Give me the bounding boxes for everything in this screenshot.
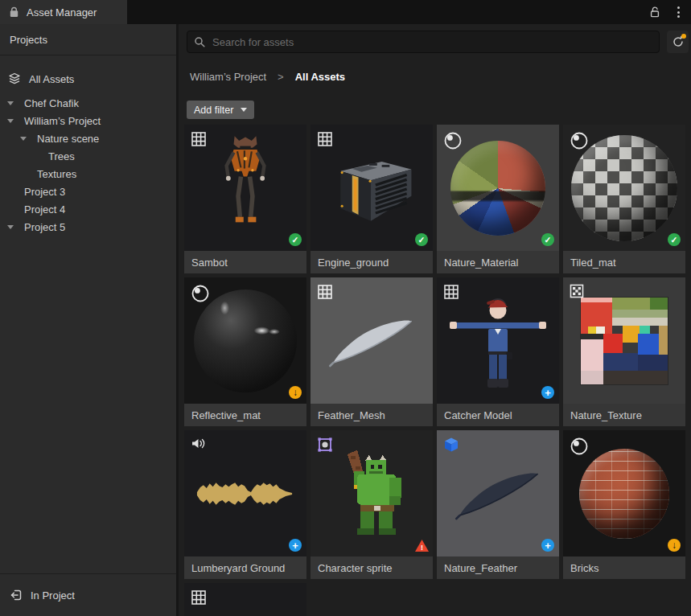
notification-dot [681,34,686,39]
asset-card-character-sprite[interactable]: ! Character sprite [311,430,433,579]
tree-item-chef-chafik[interactable]: Chef Chafik [0,94,176,112]
asset-thumbnail: + [184,430,306,556]
orc-sprite-render [334,447,409,540]
asset-grid: ✓ Sambot [184,125,685,616]
tab-asset-manager[interactable]: Asset Manager [0,0,127,24]
asset-name: Nature_Texture [563,404,685,426]
asset-card-engine-ground[interactable]: ✓ Engine_ground [311,125,433,273]
chevron-down-icon [241,108,247,112]
asset-card-nature-feather[interactable]: + Nature_Feather [437,430,559,579]
material-icon [570,437,589,456]
asset-name: Character sprite [311,556,433,579]
bag-icon [8,6,20,18]
update-available-badge: ↓ [289,386,302,399]
material-sphere-preview [194,290,297,392]
asset-card-nature-material[interactable]: ✓ Nature_Material [437,125,559,273]
mesh-icon [317,284,333,300]
search-input[interactable] [211,35,652,49]
sidebar-item-all-assets[interactable]: All Assets [0,67,176,91]
asset-thumbnail: ✓ [311,125,433,251]
material-icon [570,131,589,150]
import-icon [10,589,23,602]
not-imported-badge: + [289,539,302,552]
asset-card-reflective-mat[interactable]: ↓ Reflective_mat [184,277,306,426]
imported-badge: ✓ [289,233,302,246]
prefab-cube-icon [443,437,459,453]
asset-thumbnail: ✓ [437,125,559,251]
asset-card-catcher-model[interactable]: + Catcher Model [437,277,559,426]
tree-item-trees[interactable]: Trees [0,147,176,165]
asset-card-lumberyard-ground[interactable]: + Lumberyard Ground [184,430,306,579]
mesh-icon [317,131,333,147]
asset-thumbnail [563,277,685,404]
mesh-icon [191,131,207,147]
layers-icon [8,72,21,85]
warning-badge: ! [415,540,429,552]
asset-card-tiled-mat[interactable]: ✓ Tiled_mat [563,125,685,273]
asset-name: Engine_ground [311,251,433,273]
breadcrumb: William’s Project > All Assets [190,71,345,83]
asset-name: Sambot [184,251,306,273]
tree-item-project-5[interactable]: Project 5 [0,218,176,236]
breadcrumb-current: All Assets [295,71,345,83]
feather-render [322,307,422,375]
breadcrumb-separator: > [278,71,284,83]
asset-card-sambot[interactable]: ✓ Sambot [184,125,306,273]
asset-thumbnail: ↓ [184,277,306,404]
in-project-label: In Project [31,589,75,602]
window-topbar: Asset Manager [0,0,691,24]
sidebar-header: Projects [0,24,176,55]
asset-name: Feather_Mesh [311,404,433,426]
feather-render [448,460,548,528]
tree-item-williams-project[interactable]: William’s Project [0,112,176,129]
texture-atlas-render [581,298,668,384]
audio-icon [191,437,206,450]
not-imported-badge: + [541,539,554,552]
imported-badge: ✓ [415,233,428,246]
tree-item-textures[interactable]: Textures [0,165,176,183]
chevron-down-icon[interactable] [7,119,14,123]
breadcrumb-parent[interactable]: William’s Project [190,71,266,83]
main-panel: William’s Project > All Assets Add filte… [181,24,691,616]
waveform-render [194,470,297,518]
asset-name: Catcher Model [437,404,559,426]
asset-card-bricks[interactable]: ↓ Bricks [563,430,685,579]
tree-item-project-4[interactable]: Project 4 [0,200,176,218]
material-sphere-preview [450,141,545,236]
not-imported-badge: + [541,386,554,399]
asset-name: Lumberyard Ground [184,556,306,579]
tree-item-project-3[interactable]: Project 3 [0,183,176,200]
chevron-down-icon[interactable] [7,101,14,105]
texture-icon [570,284,584,298]
asset-thumbnail: ✓ [184,125,306,251]
asset-card-feather-mesh[interactable]: Feather_Mesh [311,277,433,426]
chevron-down-icon[interactable] [20,137,27,141]
robot-render [214,134,277,242]
asset-name: Reflective_mat [184,404,306,426]
tree-item-nature-scene[interactable]: Nature scene [0,129,176,147]
tab-title: Asset Manager [27,6,97,18]
magnifier-icon [194,36,205,47]
asset-card-partial[interactable] [184,583,306,616]
asset-thumbnail [184,583,306,616]
search-input-container[interactable] [187,31,660,53]
material-icon [443,131,463,150]
refresh-button[interactable] [667,31,689,53]
mesh-icon [443,284,459,300]
character-render [450,289,546,393]
asset-name: Tiled_mat [563,251,685,273]
chevron-down-icon[interactable] [7,225,14,229]
asset-thumbnail: ↓ [563,430,685,556]
imported-badge: ✓ [541,233,554,246]
add-filter-label: Add filter [194,105,233,116]
add-filter-button[interactable]: Add filter [187,101,254,119]
asset-manager-window: { "window": { "tab_title": "Asset Manage… [0,0,691,616]
asset-thumbnail: + [437,277,559,404]
update-available-badge: ↓ [668,539,681,552]
sidebar-item-in-project[interactable]: In Project [0,573,176,616]
kebab-menu-icon[interactable] [676,5,681,19]
asset-card-nature-texture[interactable]: Nature_Texture [563,277,685,426]
imported-badge: ✓ [668,233,681,246]
unlock-icon[interactable] [648,6,661,18]
machine-render [321,149,422,228]
